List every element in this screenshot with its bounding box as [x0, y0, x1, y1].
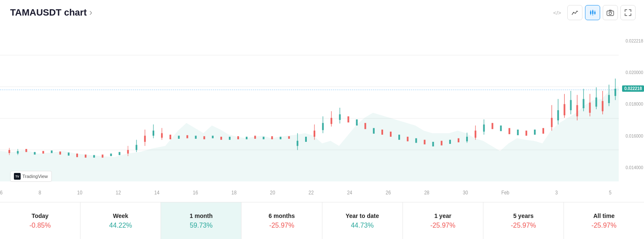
title-arrow: ›	[89, 7, 92, 18]
svg-text:30: 30	[463, 189, 468, 196]
tradingview-logo: TV TradingView	[10, 171, 52, 182]
toolbar: </>	[550, 5, 636, 20]
svg-rect-46	[204, 136, 205, 139]
price-chart-svg: 6 8 10 12 14 16 18 20 22 24 26 28 30 Feb…	[0, 24, 619, 202]
y-label-5: 0.014000	[620, 165, 643, 170]
period-label: 1 month	[190, 212, 212, 219]
y-label-2: 0.020000	[620, 70, 643, 75]
svg-point-10	[609, 12, 612, 15]
tradingview-label: TradingView	[22, 174, 48, 179]
period-label: All time	[593, 212, 615, 219]
svg-rect-59	[305, 137, 307, 142]
svg-rect-73	[390, 132, 392, 137]
period-item-1-year[interactable]: 1 year-25.97%	[403, 202, 483, 239]
svg-rect-45	[195, 136, 197, 139]
svg-text:18: 18	[231, 189, 236, 196]
period-item-6-months[interactable]: 6 months-25.97%	[241, 202, 322, 239]
svg-text:Feb: Feb	[501, 189, 509, 196]
svg-rect-30	[110, 154, 112, 156]
period-value: 44.22%	[109, 222, 132, 229]
svg-rect-23	[51, 151, 53, 153]
bottom-bar: Today-0.85%Week44.22%1 month59.73%6 mont…	[0, 202, 644, 239]
svg-rect-24	[59, 151, 61, 154]
svg-rect-20	[25, 149, 27, 152]
period-value: -25.97%	[269, 222, 295, 229]
svg-rect-27	[85, 154, 86, 157]
svg-rect-92	[526, 130, 527, 135]
svg-rect-90	[509, 128, 510, 134]
period-value: -25.97%	[591, 222, 617, 229]
svg-text:26: 26	[386, 189, 391, 196]
period-label: Year to date	[346, 212, 379, 219]
svg-text:8: 8	[38, 189, 41, 196]
svg-rect-80	[449, 140, 451, 144]
svg-rect-29	[102, 154, 103, 157]
svg-rect-70	[365, 123, 366, 129]
y-label-4: 0.016000	[620, 134, 643, 138]
period-label: 5 years	[513, 212, 534, 219]
svg-rect-76	[415, 138, 417, 143]
tv-icon: TV	[14, 173, 21, 180]
y-label-3: 0.018000	[620, 102, 643, 106]
fullscreen-button[interactable]	[620, 5, 636, 20]
svg-rect-71	[373, 128, 375, 133]
period-item-week[interactable]: Week44.22%	[80, 202, 161, 239]
svg-rect-42	[169, 135, 171, 139]
line-chart-button[interactable]	[567, 5, 582, 20]
svg-rect-55	[280, 137, 282, 139]
period-item-5-years[interactable]: 5 years-25.97%	[483, 202, 564, 239]
svg-rect-74	[398, 135, 400, 140]
svg-text:16: 16	[193, 189, 198, 196]
period-value: -25.97%	[511, 222, 536, 229]
svg-rect-22	[43, 151, 44, 154]
svg-rect-94	[542, 128, 544, 133]
y-label-1: 0.022218	[620, 39, 643, 43]
svg-text:3: 3	[555, 189, 558, 196]
period-label: 1 year	[434, 212, 451, 219]
period-value: 44.73%	[351, 222, 373, 229]
svg-rect-21	[34, 152, 35, 154]
svg-rect-47	[212, 136, 214, 138]
svg-rect-0	[590, 11, 591, 14]
fullscreen-icon	[624, 9, 632, 16]
svg-rect-56	[288, 136, 290, 139]
svg-rect-77	[424, 140, 425, 144]
period-item-today[interactable]: Today-0.85%	[0, 202, 80, 239]
svg-rect-28	[93, 155, 95, 158]
svg-rect-54	[271, 136, 273, 139]
chart-area[interactable]: 6 8 10 12 14 16 18 20 22 24 26 28 30 Feb…	[0, 24, 644, 202]
period-item-all-time[interactable]: All time-25.97%	[564, 202, 644, 239]
svg-rect-44	[186, 135, 188, 138]
svg-rect-89	[500, 125, 502, 131]
svg-text:22: 22	[309, 189, 314, 196]
svg-rect-52	[254, 136, 256, 139]
embed-button[interactable]: </>	[550, 5, 565, 20]
svg-text:24: 24	[347, 189, 352, 196]
svg-rect-50	[237, 136, 239, 139]
period-item-year-to-date[interactable]: Year to date44.73%	[322, 202, 403, 239]
svg-rect-48	[220, 137, 222, 140]
period-item-1-month[interactable]: 1 month59.73%	[161, 202, 241, 239]
svg-text:12: 12	[115, 189, 121, 196]
svg-text:28: 28	[424, 189, 429, 196]
svg-text:20: 20	[270, 189, 275, 196]
main-container: TAMAUSDT chart › </>	[0, 0, 644, 239]
svg-rect-26	[76, 154, 78, 157]
title-text: TAMAUSDT chart	[10, 7, 87, 18]
svg-rect-53	[263, 137, 264, 139]
svg-rect-72	[381, 130, 383, 135]
svg-rect-69	[356, 120, 358, 126]
camera-button[interactable]	[603, 5, 618, 20]
chart-title[interactable]: TAMAUSDT chart ›	[10, 7, 92, 18]
svg-text:14: 14	[154, 189, 159, 196]
svg-rect-93	[534, 130, 536, 135]
header: TAMAUSDT chart › </>	[0, 5, 644, 24]
period-label: 6 months	[268, 212, 295, 219]
svg-text:6: 6	[0, 189, 3, 196]
svg-rect-91	[517, 130, 519, 135]
candle-chart-button[interactable]	[585, 5, 600, 20]
svg-rect-9	[607, 11, 614, 16]
svg-rect-43	[178, 136, 180, 139]
svg-rect-78	[432, 142, 434, 146]
period-value: -25.97%	[430, 222, 456, 229]
